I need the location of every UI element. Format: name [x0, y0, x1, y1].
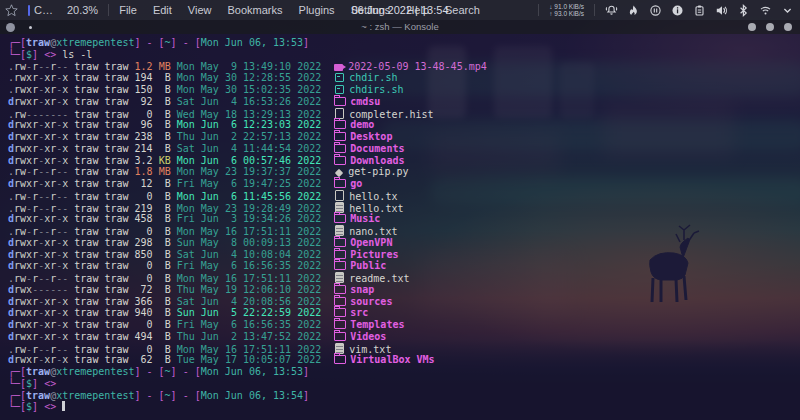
- menu-item-view[interactable]: View: [180, 0, 220, 20]
- file-row: .rw-r--r-- traw traw 1.2 MB Mon May 9 13…: [8, 61, 800, 73]
- file-name: cmdsu: [350, 96, 380, 107]
- file-name: nano.txt: [349, 226, 397, 237]
- folder-icon: [334, 179, 346, 188]
- file-row: drwxr-xr-x traw traw 92 B Sat Jun 4 16:5…: [8, 96, 800, 108]
- terminal-output[interactable]: ┌─[traw@xtremepentest] - [~] - [Mon Jun …: [0, 34, 800, 420]
- file-name: completer.hist: [349, 109, 433, 120]
- file-row: drwxr-xr-x traw traw 12 B Fri May 6 19:4…: [8, 178, 800, 190]
- up-arrow-icon: ↑: [549, 10, 552, 17]
- file-name: chdirs.sh: [349, 84, 403, 95]
- net-upload-speed: ↑ 93.0 KiB/s: [549, 10, 584, 18]
- folder-icon: [334, 355, 346, 364]
- minimize-button[interactable]: [748, 23, 756, 31]
- volume-icon[interactable]: [715, 4, 728, 17]
- prompt-glyph: <>: [44, 401, 56, 412]
- desktop-screen: C… 20.3% FileEditViewBookmarksPluginsSet…: [0, 0, 800, 420]
- folder-icon: [334, 120, 346, 129]
- file-row: drwxr-xr-x traw traw 238 B Thu Jun 2 22:…: [8, 131, 800, 143]
- prompt-line: ┌─[traw@xtremepentest] - [~] - [Mon Jun …: [8, 390, 800, 402]
- media-player-pause-icon[interactable]: [649, 4, 662, 17]
- expand-tray-chevron-icon[interactable]: [781, 4, 794, 17]
- panel-divider: [538, 4, 539, 16]
- file-row: drwxr-xr-x traw traw 458 B Fri Jun 3 19:…: [8, 213, 800, 225]
- folder-icon: [334, 285, 346, 294]
- folder-icon: [334, 308, 346, 317]
- prompt-command-line: └─[$] <> ls -l: [8, 49, 800, 61]
- net-download-speed: ↓ 91.0 KiB/s: [549, 3, 584, 11]
- network-speed-widget[interactable]: ↓ 91.0 KiB/s ↑ 93.0 KiB/s: [549, 3, 584, 18]
- doc-icon: [335, 225, 344, 236]
- file-name: demo: [350, 119, 374, 130]
- file-row: .rw-r--r-- traw traw 0 B Mon May 16 17:5…: [8, 225, 800, 237]
- folder-icon: [334, 214, 346, 223]
- file-name: OpenVPN: [350, 237, 392, 248]
- doc-icon: [335, 343, 344, 354]
- file-name: src: [350, 307, 368, 318]
- file-row: .rw-r--r-- traw traw 0 B Mon May 16 17:5…: [8, 343, 800, 355]
- file-name: sources: [350, 296, 392, 307]
- panel-divider: [594, 4, 595, 16]
- file-row: drwxr-xr-x traw traw 214 B Sat Jun 4 11:…: [8, 143, 800, 155]
- notifications-bell-icon[interactable]: [605, 4, 618, 17]
- flameshot-flame-icon[interactable]: [627, 4, 640, 17]
- file-row: .rw-r--r-- traw traw 0 B Mon Jun 6 11:45…: [8, 190, 800, 202]
- folder-icon: [334, 238, 346, 247]
- prompt-command-line: └─[$] <>: [8, 378, 800, 390]
- file-row: drwxr-xr-x traw traw 96 B Mon Jun 6 12:2…: [8, 119, 800, 131]
- doc-icon: [335, 272, 344, 283]
- info-badge-icon[interactable]: [671, 4, 684, 17]
- typed-command: ls -l: [62, 49, 92, 60]
- panel-divider: [108, 4, 109, 16]
- close-button[interactable]: [784, 23, 792, 31]
- folder-icon: [334, 132, 346, 141]
- maximize-button[interactable]: [766, 23, 774, 31]
- app-launcher-star-icon[interactable]: [0, 0, 22, 20]
- file-row: .rwxr-xr-x traw traw 194 B Mon May 30 12…: [8, 72, 800, 84]
- top-panel: C… 20.3% FileEditViewBookmarksPluginsSet…: [0, 0, 800, 20]
- file-name: snap: [350, 284, 374, 295]
- prompt-line: ┌─[traw@xtremepentest] - [~] - [Mon Jun …: [8, 37, 800, 49]
- file-name: Downloads: [350, 155, 404, 166]
- file-name: Documents: [350, 143, 404, 154]
- doc-icon: [335, 202, 344, 213]
- clock-widget[interactable]: 06 Jun 2022 | 13:54: [351, 0, 448, 20]
- file-name: Public: [350, 260, 386, 271]
- file-row: drwxr-xr-x traw traw 3.2 KB Mon Jun 6 00…: [8, 155, 800, 167]
- file-row: drwxr-xr-x traw traw 0 B Fri May 6 16:56…: [8, 319, 800, 331]
- clipboard-icon[interactable]: [693, 4, 706, 17]
- active-task-indicator: [28, 5, 30, 16]
- folder-icon: [334, 332, 346, 341]
- file-name: vim.txt: [349, 344, 391, 355]
- prompt-glyph: <>: [44, 49, 56, 60]
- file-icon: [335, 190, 344, 201]
- folder-icon: [334, 320, 346, 329]
- taskbar-active-window[interactable]: C…: [22, 0, 59, 20]
- file-row: drwxr-xr-x traw traw 62 B Tue May 17 10:…: [8, 354, 800, 366]
- file-row: drwxr-xr-x traw traw 298 B Sun May 8 00:…: [8, 237, 800, 249]
- menu-item-edit[interactable]: Edit: [145, 0, 180, 20]
- file-name: Desktop: [350, 131, 392, 142]
- file-row: drwxr-xr-x traw traw 940 B Sun Jun 5 22:…: [8, 307, 800, 319]
- file-row: .rw-r--r-- traw traw 1.8 MB Mon May 23 1…: [8, 166, 800, 178]
- menu-item-bookmarks[interactable]: Bookmarks: [220, 0, 291, 20]
- menu-item-plugins[interactable]: Plugins: [291, 0, 343, 20]
- wifi-icon[interactable]: [759, 4, 772, 17]
- panel-right-cluster: ↓ 91.0 KiB/s ↑ 93.0 KiB/s: [536, 3, 800, 18]
- system-tray: [605, 4, 794, 17]
- bluetooth-icon[interactable]: [737, 4, 750, 17]
- file-row: drwxr-xr-x traw traw 366 B Sat Jun 4 20:…: [8, 296, 800, 308]
- file-name: hello.tx: [349, 191, 397, 202]
- file-name: 2022-05-09 13-48-45.mp4: [348, 61, 486, 72]
- folder-icon: [334, 261, 346, 270]
- menu-item-file[interactable]: File: [111, 0, 145, 20]
- cpu-usage-widget[interactable]: 20.3%: [59, 4, 106, 16]
- prompt-command-line: └─[$] <>: [8, 401, 800, 413]
- window-title: ~ : zsh — Konsole: [0, 20, 800, 34]
- prompt-line: ┌─[traw@xtremepentest] - [~] - [Mon Jun …: [8, 366, 800, 378]
- folder-icon: [334, 156, 346, 165]
- folder-icon: [334, 297, 346, 306]
- konsole-titlebar[interactable]: ~ : zsh — Konsole: [0, 20, 800, 34]
- video-icon: [334, 64, 343, 71]
- file-row: .rw-r--r-- traw traw 219 B Mon May 23 19…: [8, 202, 800, 214]
- terminal-cursor: [62, 401, 65, 411]
